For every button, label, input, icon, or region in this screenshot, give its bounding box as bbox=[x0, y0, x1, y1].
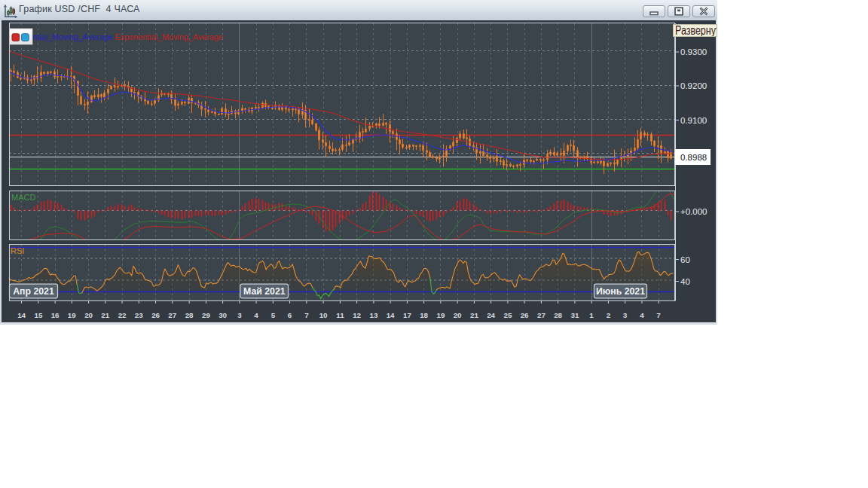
svg-text:7: 7 bbox=[656, 311, 661, 319]
svg-text:4: 4 bbox=[640, 311, 644, 319]
svg-text:22: 22 bbox=[118, 311, 127, 319]
svg-text:14: 14 bbox=[17, 311, 26, 319]
svg-text:Май 2021: Май 2021 bbox=[243, 286, 286, 297]
svg-text:2: 2 bbox=[607, 311, 611, 319]
svg-text:ntial_Moving_Average: ntial_Moving_Average bbox=[32, 32, 113, 41]
svg-text:1: 1 bbox=[589, 311, 594, 319]
svg-text:60: 60 bbox=[680, 255, 690, 264]
svg-text:14: 14 bbox=[387, 311, 395, 319]
svg-text:Апр 2021: Апр 2021 bbox=[13, 286, 54, 297]
svg-text:19: 19 bbox=[68, 311, 76, 319]
svg-text:3: 3 bbox=[237, 311, 242, 319]
svg-text:20: 20 bbox=[84, 311, 93, 319]
svg-text:16: 16 bbox=[51, 311, 60, 319]
svg-text:+0.000: +0.000 bbox=[680, 207, 708, 216]
svg-text:30: 30 bbox=[219, 311, 227, 319]
svg-text:4: 4 bbox=[254, 311, 258, 319]
svg-text:0.8988: 0.8988 bbox=[680, 153, 707, 162]
svg-text:17: 17 bbox=[403, 311, 411, 319]
svg-text:23: 23 bbox=[135, 311, 143, 319]
svg-text:Июнь 2021: Июнь 2021 bbox=[596, 286, 645, 297]
svg-text:26: 26 bbox=[521, 311, 529, 319]
svg-text:MACD: MACD bbox=[11, 193, 35, 202]
svg-text:20: 20 bbox=[454, 311, 462, 319]
svg-text:RSI: RSI bbox=[11, 246, 24, 255]
svg-text:24: 24 bbox=[487, 311, 495, 319]
svg-text:28: 28 bbox=[554, 311, 562, 319]
svg-text:18: 18 bbox=[420, 311, 428, 319]
svg-text:25: 25 bbox=[503, 311, 512, 319]
svg-text:0.9100: 0.9100 bbox=[680, 116, 707, 125]
svg-text:29: 29 bbox=[202, 311, 210, 319]
svg-text:7: 7 bbox=[304, 311, 309, 319]
svg-text:26: 26 bbox=[151, 311, 160, 319]
svg-text:15: 15 bbox=[34, 311, 42, 319]
svg-text:21: 21 bbox=[470, 311, 478, 319]
svg-text:12: 12 bbox=[353, 311, 361, 319]
svg-text:6: 6 bbox=[288, 311, 292, 319]
svg-text:21: 21 bbox=[101, 311, 109, 319]
svg-text:31: 31 bbox=[570, 311, 579, 319]
svg-text:5: 5 bbox=[271, 311, 276, 319]
svg-text:28: 28 bbox=[185, 311, 194, 319]
svg-text:40: 40 bbox=[680, 277, 690, 286]
svg-text:27: 27 bbox=[537, 311, 546, 319]
svg-text:0.9200: 0.9200 bbox=[680, 81, 707, 90]
svg-text:19: 19 bbox=[436, 311, 445, 319]
svg-text:13: 13 bbox=[369, 311, 377, 319]
svg-text:27: 27 bbox=[168, 311, 176, 319]
svg-text:3: 3 bbox=[623, 311, 628, 319]
svg-text:Exponential_Moving_Average: Exponential_Moving_Average bbox=[115, 32, 223, 41]
svg-text:11: 11 bbox=[336, 311, 344, 319]
svg-text:0.9300: 0.9300 bbox=[680, 47, 707, 56]
svg-text:10: 10 bbox=[319, 311, 328, 319]
